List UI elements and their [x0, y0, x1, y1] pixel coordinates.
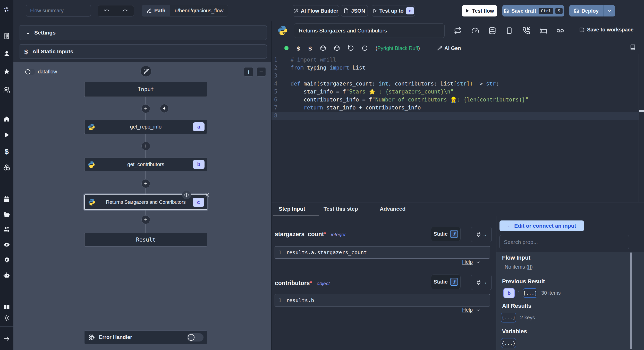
- sleep-button[interactable]: [539, 27, 547, 35]
- code-line[interactable]: 2from typing import List: [272, 64, 639, 72]
- early-stop-button[interactable]: [471, 27, 479, 35]
- add-step-button[interactable]: [141, 179, 150, 188]
- help-link[interactable]: Help: [462, 307, 480, 313]
- sidebar-item-folders[interactable]: [3, 211, 10, 218]
- move-step-handle[interactable]: [182, 191, 191, 199]
- cache-button[interactable]: [488, 27, 496, 35]
- sidebar-item-runs[interactable]: [3, 132, 10, 138]
- error-handler-node[interactable]: Error Handler: [84, 330, 207, 344]
- add-step-button[interactable]: [141, 215, 150, 224]
- mock-button[interactable]: [505, 27, 513, 35]
- flow-node-step-b[interactable]: get_contributors b: [84, 158, 207, 171]
- expand-sidebar-button[interactable]: [3, 335, 10, 342]
- all-static-inputs-button[interactable]: $ All Static Inputs: [19, 44, 267, 59]
- flow-settings-button[interactable]: Settings: [19, 25, 267, 40]
- sidebar-item-home[interactable]: [3, 116, 10, 122]
- array-preview-badge[interactable]: [...]: [523, 288, 537, 298]
- result-node-label: Result: [136, 237, 156, 243]
- edit-or-connect-button[interactable]: ← Edit or connect an input: [499, 220, 584, 231]
- ai-wand-button[interactable]: [140, 66, 151, 77]
- rotate-cw-icon[interactable]: [362, 45, 368, 51]
- suspend-button[interactable]: [522, 27, 530, 35]
- sidebar-item-docs[interactable]: [3, 304, 10, 310]
- flow-node-result[interactable]: Result: [84, 233, 207, 246]
- sidebar: $: [0, 0, 13, 350]
- field-type: integer: [331, 232, 346, 237]
- flow-summary-input[interactable]: [26, 5, 91, 16]
- test-flow-button[interactable]: Test flow: [462, 5, 497, 16]
- shared-dir-button[interactable]: [556, 27, 564, 35]
- sidebar-item-variables[interactable]: $: [3, 148, 10, 154]
- code-line[interactable]: 3: [272, 72, 639, 80]
- add-trigger-button[interactable]: [160, 104, 169, 113]
- static-mode-toggle[interactable]: Static f: [431, 275, 461, 289]
- dataflow-toggle[interactable]: [25, 69, 35, 75]
- expression-input[interactable]: 1 results.a.stargazers_count: [275, 246, 490, 259]
- flow-node-step-c-selected[interactable]: Returns Stargazers and Contributors c: [84, 194, 207, 210]
- edit-path-button[interactable]: Path: [142, 5, 170, 16]
- package-icon[interactable]: [320, 45, 326, 51]
- code-line[interactable]: 4def main(stargazers_count: int, contrib…: [272, 80, 639, 88]
- previous-result-step-badge[interactable]: b: [503, 288, 515, 298]
- sidebar-item-groups-admin[interactable]: [3, 226, 10, 233]
- expression-input[interactable]: 1 results.b: [275, 294, 490, 306]
- variable-picker-icon[interactable]: $: [296, 45, 300, 52]
- add-step-button[interactable]: [141, 142, 150, 150]
- zoom-out-button[interactable]: −: [257, 67, 266, 76]
- sidebar-item-settings[interactable]: [3, 257, 10, 263]
- editor-scrollbar-thumb[interactable]: [639, 110, 644, 112]
- help-link[interactable]: Help: [462, 259, 480, 265]
- code-line[interactable]: 6 contributors_info = f"Number of contri…: [272, 96, 639, 104]
- code-line[interactable]: 8: [272, 112, 639, 120]
- code-line[interactable]: 7 return star_info + contributors_info: [272, 104, 639, 112]
- connect-input-button[interactable]: →: [471, 275, 492, 290]
- sidebar-item-resources[interactable]: [3, 164, 10, 171]
- flow-node-input[interactable]: Input: [84, 82, 207, 97]
- object-preview-badge[interactable]: {...}: [501, 313, 516, 322]
- delete-step-button[interactable]: [204, 191, 211, 199]
- theme-toggle[interactable]: [3, 315, 10, 321]
- windmill-logo[interactable]: [3, 6, 10, 13]
- package-icon[interactable]: [334, 45, 340, 51]
- code-editor[interactable]: 1# import wmill2from typing import List3…: [272, 54, 644, 202]
- error-handler-toggle[interactable]: [187, 333, 204, 342]
- rotate-ccw-icon[interactable]: [348, 45, 354, 51]
- redo-button[interactable]: [116, 5, 134, 16]
- tab-step-input[interactable]: Step Input: [279, 206, 305, 212]
- search-prop-input[interactable]: [499, 235, 629, 249]
- undo-button[interactable]: [98, 5, 116, 16]
- connect-panel-scrollbar[interactable]: [630, 252, 632, 349]
- object-preview-badge[interactable]: {...}: [501, 338, 516, 348]
- static-mode-toggle[interactable]: Static f: [431, 227, 461, 241]
- path-value[interactable]: u/henri/gracious_flow: [170, 5, 228, 16]
- deploy-dropdown-button[interactable]: [603, 5, 615, 16]
- lint-status[interactable]: (Pyright Black Ruff): [376, 45, 420, 51]
- sidebar-item-multiplayer[interactable]: [3, 87, 10, 93]
- add-step-button[interactable]: [141, 104, 150, 113]
- sidebar-item-workers-ai[interactable]: [3, 272, 10, 279]
- sidebar-item-workspace[interactable]: [3, 33, 10, 39]
- sidebar-item-favorites[interactable]: [3, 68, 10, 75]
- ai-gen-button[interactable]: AI Gen: [437, 45, 461, 51]
- tab-advanced[interactable]: Advanced: [380, 206, 405, 212]
- sidebar-item-user[interactable]: [3, 50, 10, 57]
- sidebar-item-schedules[interactable]: [3, 196, 10, 203]
- retries-button[interactable]: [454, 27, 462, 35]
- zoom-in-button[interactable]: +: [244, 67, 253, 76]
- json-button[interactable]: JSON: [341, 5, 368, 16]
- save-draft-button[interactable]: Save draft Ctrl S: [502, 5, 564, 16]
- connect-input-button[interactable]: →: [471, 227, 492, 242]
- resource-picker-icon[interactable]: $: [308, 45, 312, 52]
- code-line[interactable]: 5 star_info = f"Stars ⭐ : {stargazers_co…: [272, 88, 639, 96]
- step-title-input[interactable]: [294, 23, 445, 38]
- pencil-icon: [147, 8, 152, 13]
- save-to-workspace-button[interactable]: Save to workspace: [579, 27, 633, 33]
- deploy-button[interactable]: Deploy: [569, 5, 603, 16]
- flow-node-step-a[interactable]: get_repo_info a: [84, 120, 207, 134]
- tab-test-this-step[interactable]: Test this step: [324, 206, 358, 212]
- sidebar-item-audit-logs[interactable]: [3, 241, 10, 248]
- ai-flow-builder-button[interactable]: AI Flow Builder: [293, 5, 339, 16]
- test-up-to-button[interactable]: Test up to c: [372, 5, 415, 16]
- code-line[interactable]: 1# import wmill: [272, 56, 639, 64]
- library-icon[interactable]: [630, 44, 636, 50]
